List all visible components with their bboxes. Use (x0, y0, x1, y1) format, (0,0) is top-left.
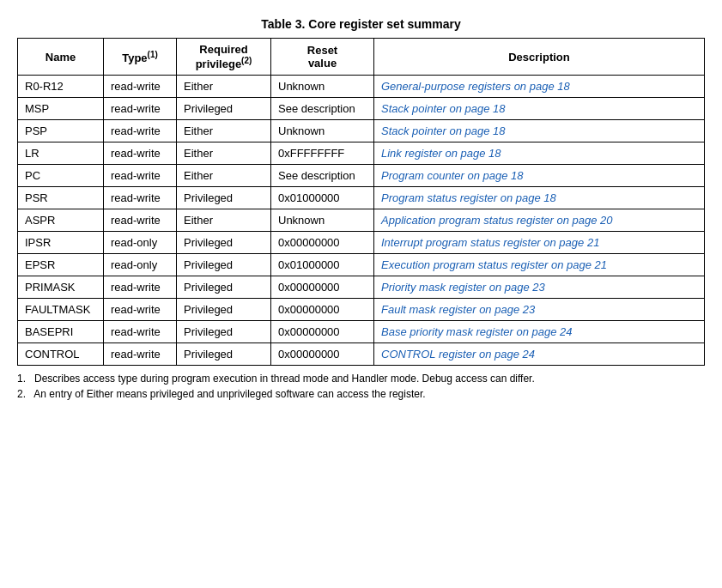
cell-name: PC (18, 165, 104, 187)
cell-privilege: Privileged (177, 232, 271, 254)
table-row: EPSRread-onlyPrivileged0x01000000Executi… (18, 254, 705, 276)
cell-type: read-write (104, 321, 177, 343)
cell-reset: 0x01000000 (271, 254, 374, 276)
cell-privilege: Either (177, 209, 271, 232)
cell-reset: 0x00000000 (271, 276, 374, 299)
cell-description: Priority mask register on page 23 (374, 276, 705, 299)
cell-description: Base priority mask register on page 24 (374, 321, 705, 343)
cell-privilege: Privileged (177, 98, 271, 120)
cell-privilege: Either (177, 120, 271, 142)
cell-reset: See description (271, 98, 374, 120)
table-row: PRIMASKread-writePrivileged0x00000000Pri… (18, 276, 705, 299)
cell-privilege: Privileged (177, 187, 271, 209)
cell-reset: 0xFFFFFFFF (271, 142, 374, 165)
cell-type: read-write (104, 187, 177, 209)
cell-name: BASEPRI (18, 321, 104, 343)
table-row: LRread-writeEither0xFFFFFFFFLink registe… (18, 142, 705, 165)
cell-privilege: Privileged (177, 276, 271, 299)
cell-reset: 0x00000000 (271, 299, 374, 321)
cell-description: General-purpose registers on page 18 (374, 76, 705, 98)
cell-reset: 0x00000000 (271, 321, 374, 343)
footnote-1: 1. Describes access type during program … (17, 373, 705, 385)
cell-privilege: Either (177, 142, 271, 165)
table-row: IPSRread-onlyPrivileged0x00000000Interru… (18, 232, 705, 254)
cell-privilege: Either (177, 76, 271, 98)
col-header-type: Type(1) (104, 39, 177, 76)
cell-description: Interrupt program status register on pag… (374, 232, 705, 254)
cell-reset: 0x01000000 (271, 187, 374, 209)
footnotes: 1. Describes access type during program … (17, 373, 705, 400)
cell-name: PSP (18, 120, 104, 142)
cell-description: Application program status register on p… (374, 209, 705, 232)
table-row: CONTROLread-writePrivileged0x00000000CON… (18, 343, 705, 366)
cell-name: ASPR (18, 209, 104, 232)
table-row: MSPread-writePrivilegedSee descriptionSt… (18, 98, 705, 120)
cell-type: read-write (104, 209, 177, 232)
cell-reset: Unknown (271, 76, 374, 98)
col-header-name: Name (18, 39, 104, 76)
col-header-reset: Resetvalue (271, 39, 374, 76)
cell-type: read-only (104, 232, 177, 254)
table-row: R0-R12read-writeEitherUnknownGeneral-pur… (18, 76, 705, 98)
cell-type: read-write (104, 299, 177, 321)
table-row: BASEPRIread-writePrivileged0x00000000Bas… (18, 321, 705, 343)
table-title: Table 3. Core register set summary (17, 17, 705, 31)
cell-name: PSR (18, 187, 104, 209)
table-row: PCread-writeEitherSee descriptionProgram… (18, 165, 705, 187)
cell-name: IPSR (18, 232, 104, 254)
cell-type: read-write (104, 276, 177, 299)
cell-description: Program counter on page 18 (374, 165, 705, 187)
col-header-description: Description (374, 39, 705, 76)
privilege-sup: (2) (241, 56, 252, 65)
cell-privilege: Either (177, 165, 271, 187)
cell-name: MSP (18, 98, 104, 120)
register-table: Name Type(1) Requiredprivilege(2) Resetv… (17, 38, 705, 366)
cell-type: read-write (104, 343, 177, 366)
col-header-privilege: Requiredprivilege(2) (177, 39, 271, 76)
cell-name: EPSR (18, 254, 104, 276)
cell-description: CONTROL register on page 24 (374, 343, 705, 366)
cell-name: FAULTMASK (18, 299, 104, 321)
cell-type: read-write (104, 76, 177, 98)
cell-type: read-write (104, 142, 177, 165)
cell-privilege: Privileged (177, 321, 271, 343)
cell-reset: 0x00000000 (271, 232, 374, 254)
cell-description: Link register on page 18 (374, 142, 705, 165)
cell-description: Execution program status register on pag… (374, 254, 705, 276)
cell-privilege: Privileged (177, 299, 271, 321)
cell-type: read-write (104, 165, 177, 187)
cell-name: LR (18, 142, 104, 165)
footnote-2: 2. An entry of Either means privileged a… (17, 388, 705, 400)
cell-description: Fault mask register on page 23 (374, 299, 705, 321)
cell-reset: Unknown (271, 209, 374, 232)
cell-name: CONTROL (18, 343, 104, 366)
cell-reset: 0x00000000 (271, 343, 374, 366)
cell-type: read-write (104, 98, 177, 120)
cell-reset: Unknown (271, 120, 374, 142)
table-row: PSRread-writePrivileged0x01000000Program… (18, 187, 705, 209)
cell-name: PRIMASK (18, 276, 104, 299)
type-sup: (1) (148, 50, 158, 59)
cell-type: read-write (104, 120, 177, 142)
cell-type: read-only (104, 254, 177, 276)
cell-description: Stack pointer on page 18 (374, 98, 705, 120)
table-row: PSPread-writeEitherUnknownStack pointer … (18, 120, 705, 142)
cell-privilege: Privileged (177, 343, 271, 366)
table-row: FAULTMASKread-writePrivileged0x00000000F… (18, 299, 705, 321)
cell-reset: See description (271, 165, 374, 187)
cell-privilege: Privileged (177, 254, 271, 276)
cell-description: Stack pointer on page 18 (374, 120, 705, 142)
cell-description: Program status register on page 18 (374, 187, 705, 209)
table-row: ASPRread-writeEitherUnknownApplication p… (18, 209, 705, 232)
cell-name: R0-R12 (18, 76, 104, 98)
